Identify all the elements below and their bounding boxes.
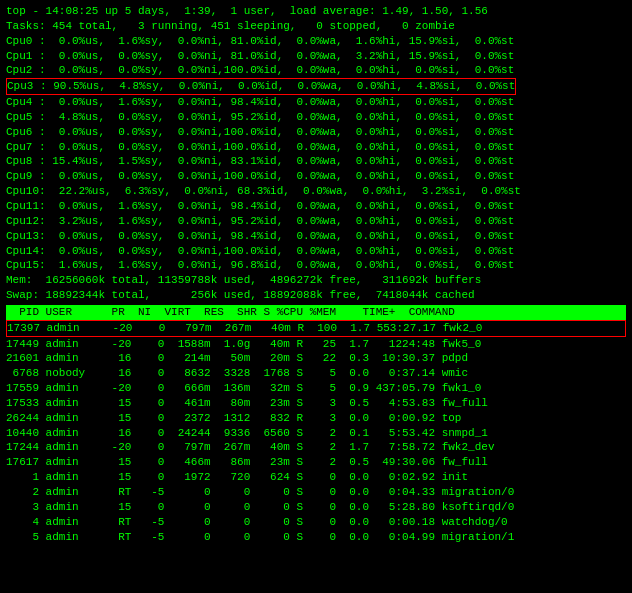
cpu13-line: Cpu13: 0.0%us, 0.0%sy, 0.0%ni, 98.4%id, … [6,229,626,244]
table-row: 17533 admin 15 0 461m 80m 23m S 3 0.5 4:… [6,396,626,411]
table-row: 10440 admin 16 0 24244 9336 6560 S 2 0.1… [6,426,626,441]
table-row: 3 admin 15 0 0 0 0 S 0 0.0 5:28.80 ksoft… [6,500,626,515]
cpu9-line: Cpu9 : 0.0%us, 0.0%sy, 0.0%ni,100.0%id, … [6,169,626,184]
table-row: 21601 admin 16 0 214m 50m 20m S 22 0.3 1… [6,351,626,366]
process-table: PID USER PR NI VIRT RES SHR S %CPU %MEM … [6,305,626,545]
cpu2-line: Cpu2 : 0.0%us, 0.0%sy, 0.0%ni,100.0%id, … [6,63,626,78]
process-rows: 17397 admin -20 0 797m 267m 40m R 100 1.… [6,320,626,545]
cpu0-line: Cpu0 : 0.0%us, 1.6%sy, 0.0%ni, 81.0%id, … [6,34,626,49]
cpu3-line: Cpu3 : 90.5%us, 4.8%sy, 0.0%ni, 0.0%id, … [6,78,626,95]
table-row: 5 admin RT -5 0 0 0 S 0 0.0 0:04.99 migr… [6,530,626,545]
cpu6-line: Cpu6 : 0.0%us, 0.0%sy, 0.0%ni,100.0%id, … [6,125,626,140]
table-row: 17244 admin -20 0 797m 267m 40m S 2 1.7 … [6,440,626,455]
terminal: top - 14:08:25 up 5 days, 1:39, 1 user, … [6,4,626,544]
table-row: 1 admin 15 0 1972 720 624 S 0 0.0 0:02.9… [6,470,626,485]
cpu3-highlight: Cpu3 : 90.5%us, 4.8%sy, 0.0%ni, 0.0%id, … [6,78,516,95]
tasks-line: Tasks: 454 total, 3 running, 451 sleepin… [6,19,626,34]
table-row: 17397 admin -20 0 797m 267m 40m R 100 1.… [6,320,626,337]
table-row: 4 admin RT -5 0 0 0 S 0 0.0 0:00.18 watc… [6,515,626,530]
table-row: 2 admin RT -5 0 0 0 S 0 0.0 0:04.33 migr… [6,485,626,500]
table-row: 6768 nobody 16 0 8632 3328 1768 S 5 0.0 … [6,366,626,381]
cpu15-line: Cpu15: 1.6%us, 1.6%sy, 0.0%ni, 96.8%id, … [6,258,626,273]
table-header: PID USER PR NI VIRT RES SHR S %CPU %MEM … [6,305,626,320]
table-row: 17617 admin 15 0 466m 86m 23m S 2 0.5 49… [6,455,626,470]
cpu8-line: Cpu8 : 15.4%us, 1.5%sy, 0.0%ni, 83.1%id,… [6,154,626,169]
swap-line: Swap: 18892344k total, 256k used, 188920… [6,288,626,303]
cpu10-line: Cpu10: 22.2%us, 6.3%sy, 0.0%ni, 68.3%id,… [6,184,626,199]
table-row: 17559 admin -20 0 666m 136m 32m S 5 0.9 … [6,381,626,396]
cpu11-line: Cpu11: 0.0%us, 1.6%sy, 0.0%ni, 98.4%id, … [6,199,626,214]
table-row: 26244 admin 15 0 2372 1312 832 R 3 0.0 0… [6,411,626,426]
cpu14-line: Cpu14: 0.0%us, 0.0%sy, 0.0%ni,100.0%id, … [6,244,626,259]
cpu12-line: Cpu12: 3.2%us, 1.6%sy, 0.0%ni, 95.2%id, … [6,214,626,229]
cpu5-line: Cpu5 : 4.8%us, 0.0%sy, 0.0%ni, 95.2%id, … [6,110,626,125]
cpu4-line: Cpu4 : 0.0%us, 1.6%sy, 0.0%ni, 98.4%id, … [6,95,626,110]
cpu7-line: Cpu7 : 0.0%us, 0.0%sy, 0.0%ni,100.0%id, … [6,140,626,155]
mem-line: Mem: 16256060k total, 11359788k used, 48… [6,273,626,288]
table-row: 17449 admin -20 0 1588m 1.0g 40m R 25 1.… [6,337,626,352]
cpu1-line: Cpu1 : 0.0%us, 0.0%sy, 0.0%ni, 81.0%id, … [6,49,626,64]
top-header-line: top - 14:08:25 up 5 days, 1:39, 1 user, … [6,4,626,19]
